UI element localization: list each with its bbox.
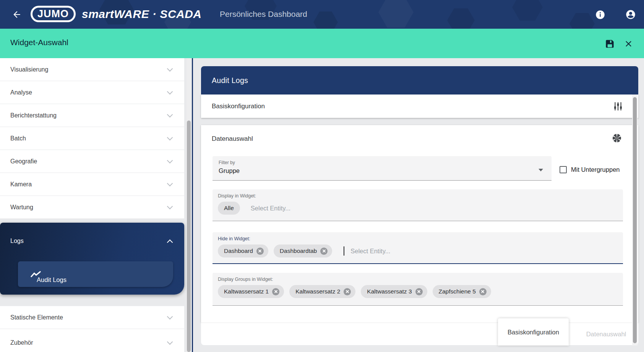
entity-input-placeholder[interactable]: Select Entity... (251, 205, 290, 212)
chevron-down-icon (167, 339, 173, 345)
filter-by-select[interactable]: Filter by Gruppe (213, 156, 552, 181)
sidebar-item-visualisierung[interactable]: Visualisierung (0, 58, 184, 81)
chevron-down-icon (167, 158, 173, 164)
sidebar-item-label: Analyse (10, 89, 32, 96)
app-header: JUMO smartWARE · SCADA Persönliches Dash… (0, 0, 644, 29)
hex-pattern (447, 8, 475, 29)
sidebar-item-analyse[interactable]: Analyse (0, 81, 184, 104)
dropdown-arrow-icon (539, 169, 543, 171)
basiskonfiguration-section[interactable]: Basiskonfiguration (201, 95, 638, 118)
page-title: Persönliches Dashboard (220, 10, 307, 19)
panel-divider (192, 58, 193, 352)
chevron-down-icon (167, 89, 173, 95)
info-button[interactable] (592, 7, 608, 23)
chevron-down-icon (167, 66, 173, 72)
hex-pattern (378, 0, 414, 28)
display-groups-label: Display Groups in Widget: (218, 277, 618, 282)
tab-basiskonfiguration[interactable]: Basiskonfiguration (498, 318, 569, 345)
sidebar-item-label: Geografie (10, 158, 37, 165)
chip-remove-icon[interactable] (256, 248, 264, 255)
display-in-widget-field[interactable]: Display in Widget: Alle Select Entity... (213, 189, 623, 221)
widget-category-sidebar: Visualisierung Analyse Berichterstattung… (0, 58, 184, 352)
chip-label: Zapfschiene 5 (439, 288, 476, 295)
widget-selection-bar: Widget-Auswahl (0, 29, 644, 58)
panel-footer-tabs: Basiskonfiguration Datenauswahl (201, 323, 638, 345)
camera-aperture-icon (612, 133, 622, 143)
sidebar-item-label: Kamera (10, 181, 32, 188)
chip-remove-icon[interactable] (320, 248, 328, 255)
sidebar-item-geografie[interactable]: Geografie (0, 150, 184, 173)
sidebar-group-label: Logs (10, 238, 24, 244)
hex-pattern (313, 11, 338, 29)
info-icon (595, 10, 605, 20)
chip-zapfschiene-5[interactable]: Zapfschiene 5 (433, 285, 491, 298)
save-button[interactable] (602, 36, 617, 51)
tab-label: Basiskonfiguration (508, 329, 559, 336)
entity-input-placeholder[interactable]: Select Entity... (350, 248, 390, 255)
account-button[interactable] (623, 7, 639, 23)
sidebar-item-wartung[interactable]: Wartung (0, 196, 184, 219)
chevron-down-icon (167, 204, 173, 210)
chip-remove-icon[interactable] (272, 288, 279, 295)
hex-pattern (569, 13, 595, 29)
datenauswahl-section: Datenauswahl Filter by Gruppe Mit Unterg… (201, 125, 638, 323)
chip-dashboardtab[interactable]: Dashboardtab (274, 244, 332, 257)
chevron-down-icon (167, 135, 173, 141)
chip-alle[interactable]: Alle (218, 202, 240, 215)
sidebar-item-statische-elemente[interactable]: Statische Elemente (0, 306, 184, 329)
chevron-down-icon (167, 181, 173, 187)
hide-in-widget-field[interactable]: Hide in Widget: Dashboard Dashboardtab S… (213, 232, 623, 264)
sidebar-group-logs[interactable]: Logs Audit Logs (0, 223, 184, 295)
sidebar-item-label: Statische Elemente (10, 314, 63, 321)
chip-kaltwassersatz-2[interactable]: Kaltwassersatz 2 (289, 285, 355, 298)
hex-pattern (512, 0, 543, 21)
sidebar-item-kamera[interactable]: Kamera (0, 173, 184, 196)
widget-selection-title: Widget-Auswahl (10, 38, 68, 47)
chevron-up-icon (167, 240, 173, 246)
chip-label: Kaltwassersatz 1 (224, 288, 269, 295)
display-in-widget-label: Display in Widget: (218, 193, 618, 199)
tab-label: Datenauswahl (586, 331, 626, 338)
sidebar-item-berichterstattung[interactable]: Berichterstattung (0, 104, 184, 127)
basiskonfiguration-title: Basiskonfiguration (212, 103, 613, 110)
checkbox-unchecked-icon[interactable] (560, 166, 567, 173)
chip-label: Dashboard (224, 248, 253, 254)
sidebar-item-audit-logs[interactable]: Audit Logs (18, 261, 173, 287)
tune-sliders-icon (613, 101, 623, 111)
chip-kaltwassersatz-1[interactable]: Kaltwassersatz 1 (218, 285, 284, 298)
chip-label: Dashboardtab (280, 248, 317, 254)
chip-remove-icon[interactable] (415, 288, 423, 295)
datenauswahl-title: Datenauswahl (212, 135, 253, 143)
close-button[interactable] (621, 36, 636, 51)
mit-untergruppen-label: Mit Untergruppen (571, 166, 620, 173)
filter-by-value: Gruppe (219, 167, 545, 174)
chip-label: Kaltwassersatz 3 (367, 288, 412, 295)
text-cursor (344, 246, 344, 256)
chip-remove-icon[interactable] (479, 288, 487, 295)
chip-label: Alle (224, 205, 234, 212)
save-icon (605, 39, 615, 49)
sidebar-item-label: Batch (10, 135, 26, 142)
hide-in-widget-label: Hide in Widget: (218, 236, 618, 241)
chip-kaltwassersatz-3[interactable]: Kaltwassersatz 3 (361, 285, 427, 298)
chip-remove-icon[interactable] (344, 288, 351, 295)
back-button[interactable] (8, 6, 25, 23)
chevron-down-icon (167, 314, 173, 320)
main-scrollbar-thumb[interactable] (633, 97, 637, 343)
jumo-logo: JUMO (31, 6, 76, 22)
widget-selection-screen: JUMO smartWARE · SCADA Persönliches Dash… (0, 0, 644, 352)
mit-untergruppen-checkbox-row[interactable]: Mit Untergruppen (560, 166, 620, 173)
widget-panel-header: Audit Logs (201, 66, 638, 95)
widget-panel-title: Audit Logs (212, 76, 248, 85)
filter-by-label: Filter by (219, 160, 545, 165)
sidebar-scrollbar-thumb[interactable] (187, 121, 191, 352)
sidebar-item-zubehoer[interactable]: Zubehör (0, 329, 184, 352)
chip-dashboard[interactable]: Dashboard (218, 244, 268, 257)
display-groups-field[interactable]: Display Groups in Widget: Kaltwassersatz… (213, 273, 623, 306)
close-icon (624, 39, 633, 49)
brand-title: smartWARE · SCADA (82, 8, 202, 21)
account-icon (625, 9, 636, 20)
sidebar-item-label: Audit Logs (37, 276, 67, 284)
sidebar-item-batch[interactable]: Batch (0, 127, 184, 150)
tab-datenauswahl[interactable]: Datenauswahl (577, 323, 635, 345)
